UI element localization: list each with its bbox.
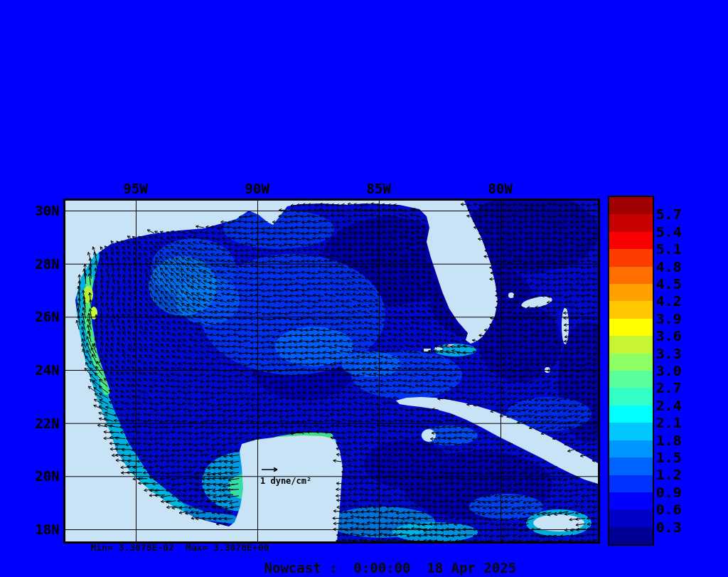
colorbar-tick-5.7: 5.7 <box>656 206 706 222</box>
max-value-label: Max= 3.3078E+00 <box>186 542 269 553</box>
colorbar-segment-7 <box>609 319 653 336</box>
colorbar-segment-17 <box>609 492 653 509</box>
colorbar-tick-2.7: 2.7 <box>656 380 706 396</box>
colorbar-segment-16 <box>609 475 653 492</box>
min-value-label: Min= 3.3078E-02 <box>91 542 174 553</box>
colorbar-tick-0.3: 0.3 <box>656 519 706 535</box>
lat-tick-20N: 20N <box>16 468 60 484</box>
colorbar-tick-5.1: 5.1 <box>656 241 706 257</box>
lat-tick-26N: 26N <box>16 309 60 324</box>
colorbar-segment-12 <box>609 406 653 423</box>
lat-tick-22N: 22N <box>16 415 60 431</box>
colorbar-tick-3.9: 3.9 <box>656 311 706 327</box>
lon-tick-95W: 95W <box>113 181 159 196</box>
colorbar-tick-2.4: 2.4 <box>656 398 706 413</box>
minmax-annotation: Min= 3.3078E-02Max= 3.3078E+00 <box>91 542 269 553</box>
colorbar-segment-11 <box>609 388 653 405</box>
colorbar-segment-9 <box>609 354 653 371</box>
colorbar-segment-4 <box>609 267 653 284</box>
colorbar-segment-5 <box>609 284 653 301</box>
colorbar-segment-8 <box>609 336 653 353</box>
colorbar-tick-5.4: 5.4 <box>656 224 706 240</box>
colorbar-tick-1.2: 1.2 <box>656 467 706 482</box>
plot-screen: 30N28N26N24N22N20N18N 95W90W85W80W 1 dyn… <box>0 0 728 577</box>
colorbar-segment-13 <box>609 423 653 440</box>
lon-tick-85W: 85W <box>356 181 402 196</box>
colorbar-segment-10 <box>609 371 653 388</box>
reference-arrow-icon <box>260 466 282 473</box>
colorbar-segment-15 <box>609 457 653 475</box>
lat-tick-18N: 18N <box>16 522 60 537</box>
vector-scale-legend: 1 dyne/cm² <box>260 462 311 486</box>
colorbar-segment-3 <box>609 249 653 266</box>
colorbar-tick-3.6: 3.6 <box>656 328 706 344</box>
colorbar-tick-0.6: 0.6 <box>656 502 706 517</box>
colorbar <box>608 196 654 546</box>
colorbar-segment-18 <box>609 509 653 526</box>
gulf-of-mexico-map <box>65 201 598 541</box>
colorbar-tick-4.8: 4.8 <box>656 259 706 275</box>
vector-scale-label: 1 dyne/cm² <box>260 476 311 486</box>
lon-tick-80W: 80W <box>478 181 523 196</box>
colorbar-tick-1.5: 1.5 <box>656 450 706 465</box>
colorbar-segment-19 <box>609 527 653 544</box>
lat-tick-24N: 24N <box>16 362 60 378</box>
colorbar-tick-1.8: 1.8 <box>656 433 706 448</box>
map-frame <box>63 198 600 544</box>
nowcast-status-line: Nowcast : 0:00:00 18 Apr 2025 <box>264 560 517 576</box>
lon-tick-90W: 90W <box>235 181 280 196</box>
colorbar-tick-3.3: 3.3 <box>656 346 706 361</box>
colorbar-segment-6 <box>609 301 653 318</box>
lat-tick-28N: 28N <box>16 256 60 272</box>
colorbar-tick-4.5: 4.5 <box>656 276 706 292</box>
colorbar-segment-0 <box>609 197 653 214</box>
colorbar-segment-1 <box>609 214 653 231</box>
colorbar-segment-2 <box>609 232 653 249</box>
lat-tick-30N: 30N <box>16 203 60 218</box>
colorbar-segment-14 <box>609 440 653 457</box>
colorbar-tick-3.0: 3.0 <box>656 363 706 379</box>
colorbar-tick-2.1: 2.1 <box>656 415 706 430</box>
colorbar-tick-0.9: 0.9 <box>656 485 706 500</box>
colorbar-tick-4.2: 4.2 <box>656 293 706 309</box>
